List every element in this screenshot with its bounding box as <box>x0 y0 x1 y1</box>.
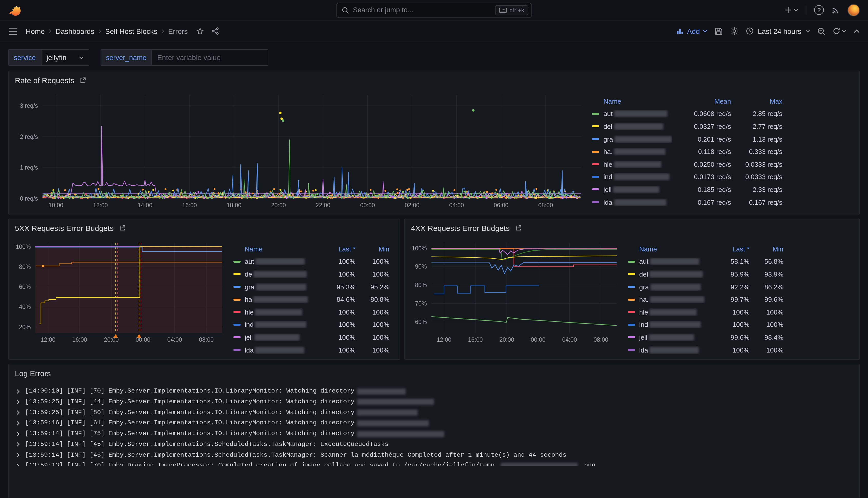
legend-row[interactable]: hle 100% 100% <box>233 306 389 318</box>
breadcrumb: Home Dashboards Self Host Blocks Errors <box>26 27 188 35</box>
legend-row[interactable]: ha 84.6% 80.8% <box>233 293 389 306</box>
log-row[interactable]: [13:59:14] [INF] [45] Emby.Server.Implem… <box>14 450 854 460</box>
legend-col-name[interactable]: Name <box>603 97 672 105</box>
legend-row[interactable]: de 100% 100% <box>233 268 389 280</box>
series-min-value: 100% <box>749 321 783 329</box>
expand-chevron-icon[interactable] <box>16 421 20 426</box>
legend-row[interactable]: ind 0.0173 req/s 0.0333 req/s <box>592 171 782 183</box>
log-row[interactable]: [13:59:25] [INF] [44] Emby.Server.Implem… <box>14 397 854 407</box>
legend-row[interactable]: aut 0.0608 req/s 2.85 req/s <box>592 107 782 120</box>
variable-service-select[interactable]: jellyfin <box>41 49 89 66</box>
log-row[interactable]: [13:59:25] [INF] [80] Emby.Server.Implem… <box>14 407 854 418</box>
breadcrumb-dashboards[interactable]: Dashboards <box>56 27 94 35</box>
panel-title: Rate of Requests <box>15 76 75 84</box>
expand-chevron-icon[interactable] <box>16 442 20 447</box>
series-last-value: 100% <box>710 346 749 354</box>
dashboard-toolbar: Home Dashboards Self Host Blocks Errors … <box>0 21 868 42</box>
legend-row[interactable]: del 95.9% 93.9% <box>628 268 783 280</box>
legend-row[interactable]: hle 100% 100% <box>628 306 783 318</box>
legend-col-mean[interactable]: Mean <box>672 97 731 105</box>
legend-row[interactable]: gra 92.2% 86.2% <box>628 281 783 293</box>
legend-col-last[interactable]: Last * <box>710 245 749 253</box>
new-button[interactable] <box>784 6 798 14</box>
legend-row[interactable]: ind 100% 100% <box>628 318 783 331</box>
rate-of-requests-chart[interactable]: 10:0012:0014:0016:0018:0020:0022:0000:00… <box>13 89 585 211</box>
panel-header[interactable]: 5XX Requests Error Budgets <box>9 219 400 237</box>
legend-col-min[interactable]: Min <box>749 245 783 253</box>
redacted-text <box>613 186 659 193</box>
variable-service-label: service <box>8 49 41 66</box>
favorite-button[interactable] <box>196 27 204 35</box>
mega-menu-button[interactable] <box>8 27 17 35</box>
expand-chevron-icon[interactable] <box>16 399 20 405</box>
collapse-topbar-button[interactable] <box>854 28 860 34</box>
legend-col-name[interactable]: Name <box>639 245 710 253</box>
legend-row[interactable]: gra 0.201 req/s 1.13 req/s <box>592 133 782 145</box>
legend-row[interactable]: hle 0.0250 req/s 0.0333 req/s <box>592 158 782 171</box>
series-color-marker <box>233 286 241 288</box>
log-row[interactable]: [13:59:13] [INF] [70] Emby.Drawing.Image… <box>14 460 854 466</box>
legend-row[interactable]: jell 100% 100% <box>233 331 389 343</box>
time-range-picker[interactable]: Last 24 hours <box>746 27 810 35</box>
variable-server-name-input[interactable] <box>151 49 269 66</box>
user-avatar[interactable] <box>847 4 860 16</box>
series-name: de <box>245 271 252 278</box>
panel-header[interactable]: Log Errors <box>9 365 859 382</box>
refresh-icon <box>832 27 840 35</box>
legend-row[interactable]: ha. 0.118 req/s 0.333 req/s <box>592 145 782 158</box>
series-max-value: 0.0333 req/s <box>731 161 782 168</box>
expand-chevron-icon[interactable] <box>16 410 20 415</box>
legend-row[interactable]: jell 0.185 req/s 2.33 req/s <box>592 183 782 196</box>
external-link-icon[interactable] <box>515 224 521 231</box>
legend-row[interactable]: del 0.0327 req/s 2.77 req/s <box>592 120 782 133</box>
log-row[interactable]: [13:59:14] [INF] [75] Emby.Server.Implem… <box>14 429 854 439</box>
legend-row[interactable]: lda 0.167 req/s 0.167 req/s <box>592 196 782 209</box>
breadcrumb-self-host-blocks[interactable]: Self Host Blocks <box>105 27 158 35</box>
legend-row[interactable]: jell 99.6% 98.4% <box>628 331 783 343</box>
external-link-icon[interactable] <box>80 77 86 83</box>
legend-col-name[interactable]: Name <box>245 245 317 253</box>
help-button[interactable]: ? <box>814 5 824 15</box>
legend-row[interactable]: lda 100% 100% <box>233 344 389 356</box>
expand-chevron-icon[interactable] <box>16 431 20 436</box>
expand-chevron-icon[interactable] <box>16 453 20 458</box>
add-panel-button[interactable]: Add <box>676 27 707 35</box>
svg-text:16:00: 16:00 <box>182 202 197 209</box>
panel-title: 4XX Requests Error Budgets <box>411 223 510 232</box>
legend-col-min[interactable]: Min <box>356 245 389 253</box>
legend-row[interactable]: ha. 99.7% 99.6% <box>628 293 783 306</box>
4xx-legend: Name Last * Min aut 58.1% 56.8% d <box>622 237 855 356</box>
svg-text:2 req/s: 2 req/s <box>20 133 38 140</box>
external-link-icon[interactable] <box>119 224 125 231</box>
redacted-text <box>255 346 305 353</box>
legend-col-last[interactable]: Last * <box>317 245 356 253</box>
4xx-error-budgets-chart[interactable]: 12:0016:0020:0000:0004:0008:0060%70%80%9… <box>409 237 622 345</box>
grafana-logo[interactable] <box>8 3 22 17</box>
5xx-error-budgets-chart[interactable]: 12:0016:0020:0000:0004:0008:0020%40%60%8… <box>13 237 227 345</box>
panel-header[interactable]: 4XX Requests Error Budgets <box>405 219 859 237</box>
save-dashboard-button[interactable] <box>715 27 723 35</box>
dashboard-grid: Rate of Requests 10:0012:0014:0016:0018:… <box>0 71 868 498</box>
dashboard-settings-button[interactable] <box>730 27 739 36</box>
search-input[interactable]: Search or jump to... ctrl+k <box>336 2 532 18</box>
legend-row[interactable]: lda 100% 100% <box>628 344 783 356</box>
legend-row[interactable]: aut 58.1% 56.8% <box>628 255 783 268</box>
expand-chevron-icon[interactable] <box>16 389 20 394</box>
legend-row[interactable]: gra 95.3% 95.2% <box>233 281 389 293</box>
log-row[interactable]: [13:59:14] [INF] [45] Emby.Server.Implem… <box>14 439 854 450</box>
redacted-text <box>256 284 306 290</box>
log-list: [14:00:10] [INF] [70] Emby.Server.Implem… <box>14 386 854 466</box>
zoom-out-button[interactable] <box>817 27 825 35</box>
legend-col-max[interactable]: Max <box>731 97 782 105</box>
share-button[interactable] <box>211 27 219 35</box>
breadcrumb-home[interactable]: Home <box>26 27 45 35</box>
log-row[interactable]: [14:00:10] [INF] [70] Emby.Server.Implem… <box>14 386 854 397</box>
legend-row[interactable]: aut 100% 100% <box>233 255 389 268</box>
top-nav: Search or jump to... ctrl+k ? <box>0 0 868 21</box>
refresh-button[interactable] <box>832 27 846 35</box>
news-rss-button[interactable] <box>831 6 840 14</box>
legend-row[interactable]: ind 100% 100% <box>233 318 389 331</box>
expand-chevron-icon[interactable] <box>16 463 20 466</box>
log-row[interactable]: [13:59:16] [INF] [61] Emby.Server.Implem… <box>14 418 854 429</box>
panel-header[interactable]: Rate of Requests <box>9 71 859 89</box>
